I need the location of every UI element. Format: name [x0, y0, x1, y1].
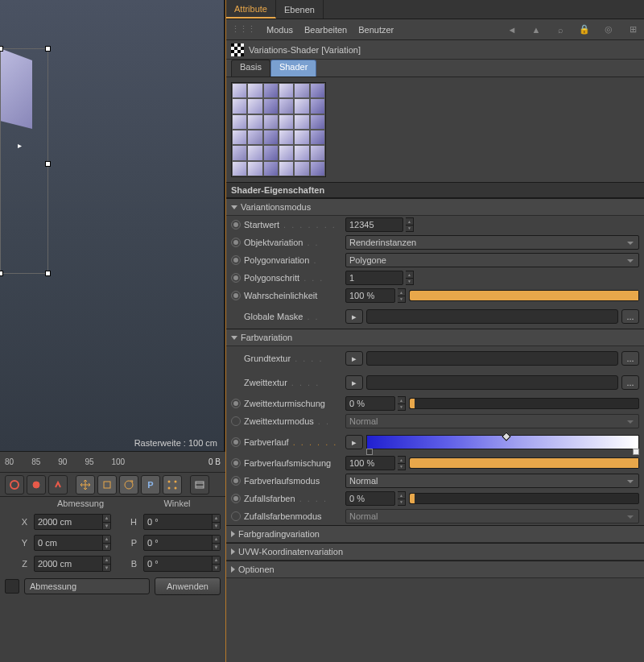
group-uvw[interactable]: UVW-Koordinatenvariation	[226, 543, 644, 561]
dim-z-field[interactable]: 2000 cm▲▼	[34, 556, 111, 572]
menu-edit[interactable]: Bearbeiten	[304, 25, 347, 35]
timeline-ruler[interactable]: 80 85 90 95 100 0 B	[0, 452, 225, 473]
anim-dot[interactable]	[231, 291, 241, 300]
anim-dot[interactable]	[231, 220, 241, 230]
resize-handle[interactable]	[45, 46, 51, 52]
polygonvariation-select[interactable]: Polygone	[345, 253, 639, 267]
anim-dot[interactable]	[231, 458, 241, 468]
tex-arrow-icon[interactable]: ▸	[345, 351, 363, 366]
move-icon[interactable]	[76, 475, 95, 494]
group-farbvariation[interactable]: Farbvariation	[226, 329, 644, 346]
anim-dot[interactable]	[231, 399, 241, 408]
ruler-tick: 80	[5, 457, 14, 466]
anim-dot[interactable]	[231, 437, 241, 447]
menu-mode[interactable]: Modus	[266, 25, 293, 35]
zweittextur-slot[interactable]	[366, 375, 618, 390]
rand-field[interactable]: 0 %	[345, 491, 395, 506]
point-mode-icon[interactable]	[163, 475, 182, 494]
gradient-editor[interactable]	[366, 435, 639, 449]
resize-handle[interactable]	[0, 46, 3, 52]
spinner[interactable]: ▲▼	[398, 288, 406, 303]
group-options[interactable]: Optionen	[226, 561, 644, 578]
gradient-stop[interactable]	[366, 449, 373, 455]
resize-handle[interactable]	[0, 271, 3, 276]
anim-dot[interactable]	[231, 511, 241, 521]
ang-h-field[interactable]: 0 °▲▼	[143, 514, 221, 530]
film-icon[interactable]	[190, 475, 209, 494]
gradmix-slider[interactable]	[409, 457, 639, 469]
grundtextur-slot[interactable]	[366, 351, 618, 366]
viewport-3d[interactable]: ▸ Rasterweite : 100 cm	[0, 0, 225, 451]
tab-basis[interactable]: Basis	[231, 60, 270, 77]
anim-dot[interactable]	[231, 255, 241, 265]
more-button[interactable]: ...	[621, 351, 639, 366]
startwert-field[interactable]: 12345	[345, 217, 403, 232]
rand-slider[interactable]	[409, 493, 639, 504]
shader-type-icon	[231, 43, 244, 56]
search-icon[interactable]: ⌕	[554, 23, 567, 36]
shader-preview[interactable]	[231, 82, 326, 177]
record-key-icon[interactable]	[27, 475, 46, 494]
tab-layers[interactable]: Ebenen	[276, 0, 324, 19]
tab-attributes[interactable]: Attribute	[226, 0, 276, 19]
randmode-select[interactable]: Normal	[345, 509, 639, 523]
menu-grip-icon[interactable]: ⋮⋮⋮	[231, 24, 255, 35]
prob-slider[interactable]	[409, 290, 639, 301]
gmask-tex-slot[interactable]	[366, 309, 618, 324]
spinner[interactable]: ▲▼	[398, 491, 406, 506]
ruler-tick: 90	[58, 457, 67, 466]
nav-up-icon[interactable]: ▲	[530, 23, 543, 36]
tex-arrow-icon[interactable]: ▸	[345, 309, 363, 324]
spinner[interactable]: ▲▼	[398, 456, 406, 470]
prop-zufallsfarbenmodus: ZufallsfarbenmodusNormal	[226, 507, 644, 525]
anim-dot[interactable]	[231, 273, 241, 283]
objektvariation-select[interactable]: Renderinstanzen	[345, 235, 639, 250]
autokey-icon[interactable]	[48, 475, 68, 494]
group-farbgrading[interactable]: Farbgradingvariation	[226, 525, 644, 543]
rotate-icon[interactable]	[119, 475, 138, 494]
ruler-tick: 95	[85, 457, 93, 466]
secmix-slider[interactable]	[409, 398, 639, 409]
anim-dot[interactable]	[231, 238, 241, 247]
polygonschritt-field[interactable]: 1	[345, 271, 403, 285]
anim-dot[interactable]	[231, 494, 241, 503]
secmix-field[interactable]: 0 %	[345, 396, 395, 411]
group-variation-mode[interactable]: Variantionsmodus	[226, 198, 644, 216]
spinner[interactable]: ▲▼	[406, 271, 414, 285]
target-icon[interactable]: ◎	[602, 23, 615, 36]
record-pos-icon[interactable]	[5, 475, 24, 494]
scale-icon[interactable]	[97, 475, 117, 494]
anim-dot[interactable]	[231, 476, 241, 486]
new-window-icon[interactable]: ⊞	[626, 23, 639, 36]
anim-dot[interactable]	[231, 416, 241, 426]
spinner[interactable]: ▲▼	[398, 396, 406, 411]
ang-b-field[interactable]: 0 °▲▼	[143, 556, 221, 572]
lock-icon[interactable]: 🔒	[578, 23, 591, 36]
secmode-select[interactable]: Normal	[345, 414, 639, 428]
nav-back-icon[interactable]: ◄	[506, 23, 518, 36]
gradient-stop[interactable]	[633, 449, 639, 455]
coord-mode-select[interactable]: Abmessung	[24, 578, 150, 594]
spinner[interactable]: ▲▼	[406, 217, 414, 232]
tex-arrow-icon[interactable]: ▸	[345, 435, 363, 449]
gradmix-field[interactable]: 100 %	[345, 456, 395, 470]
more-button[interactable]: ...	[621, 375, 639, 390]
apply-button[interactable]: Anwenden	[155, 577, 221, 595]
axis-x: X	[5, 517, 31, 527]
svg-point-1	[33, 482, 39, 488]
dim-x-field[interactable]: 2000 cm▲▼	[34, 514, 111, 530]
tab-shader[interactable]: Shader	[270, 60, 316, 77]
dim-y-field[interactable]: 0 cm▲▼	[34, 535, 111, 551]
ruler-tick: 100	[112, 457, 126, 466]
tex-arrow-icon[interactable]: ▸	[345, 375, 363, 390]
prob-field[interactable]: 100 %	[345, 288, 395, 303]
resize-handle[interactable]	[45, 271, 51, 276]
param-p-icon[interactable]: P	[141, 475, 160, 494]
coord-mini-field[interactable]	[5, 579, 19, 594]
more-button[interactable]: ...	[621, 309, 639, 324]
gradient-knob[interactable]	[502, 432, 510, 441]
menu-user[interactable]: Benutzer	[358, 25, 394, 35]
ang-p-field[interactable]: 0 °▲▼	[143, 535, 221, 551]
resize-handle[interactable]	[45, 161, 51, 167]
gradmode-select[interactable]: Normal	[345, 474, 639, 488]
